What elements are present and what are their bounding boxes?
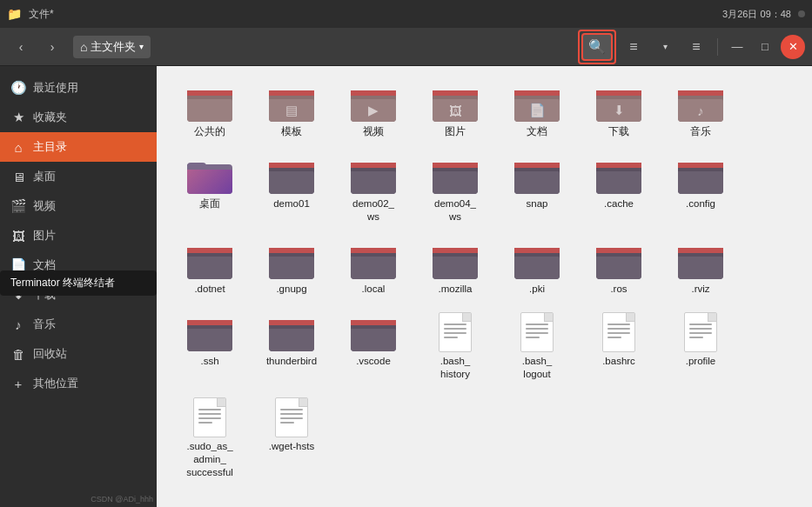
file-label-demo02_ws: demo02_ws (352, 197, 394, 223)
sidebar-label-desktop: 桌面 (33, 169, 56, 184)
file-item-wget_hsts[interactable]: .wget-hsts (252, 391, 331, 486)
file-icon-ssh (187, 313, 232, 351)
file-item-local[interactable]: .local (334, 234, 413, 303)
file-item-dotnet[interactable]: .dotnet (171, 234, 249, 303)
sidebar-item-desktop[interactable]: 🖥 桌面 (0, 162, 157, 191)
sidebar-label-home: 主目录 (33, 139, 67, 155)
sidebar-label-favorites: 收藏夹 (33, 110, 67, 125)
file-item-rviz[interactable]: .rviz (661, 234, 740, 303)
titlebar: 📁 文件* 3月26日 09：48 (0, 0, 812, 28)
sidebar-item-favorites[interactable]: ★ 收藏夹 (0, 103, 157, 132)
file-item-ssh[interactable]: .ssh (171, 306, 249, 388)
file-icon-bash_history (433, 313, 478, 351)
sidebar-icon-recent: 🕐 (10, 80, 26, 96)
file-item-mozilla[interactable]: .mozilla (416, 234, 494, 303)
minimize-button[interactable]: — (725, 35, 749, 59)
file-item-vscode[interactable]: .vscode (334, 306, 413, 388)
file-icon-local (351, 241, 396, 279)
maximize-button[interactable]: □ (753, 35, 777, 59)
file-grid: 公共的 ▤ 模板 ▶ 视频 🖼 图片 📄 文档 ⬇ 下载 (157, 66, 812, 507)
sidebar-item-pictures[interactable]: 🖼 图片 (0, 221, 157, 250)
file-item-video[interactable]: ▶ 视频 (334, 77, 413, 145)
file-label-ros: .ros (610, 283, 627, 296)
sidebar-label-videos: 视频 (33, 198, 56, 214)
file-item-bashrc[interactable]: .bashrc (580, 306, 658, 388)
sidebar-item-videos[interactable]: 🎬 视频 (0, 191, 157, 221)
sidebar-icon-music: ♪ (10, 317, 26, 332)
file-item-doc[interactable]: 📄 文档 (498, 77, 576, 145)
close-button[interactable]: ✕ (781, 35, 805, 59)
file-item-desktop2[interactable]: 桌面 (171, 149, 249, 230)
file-item-pki[interactable]: .pki (498, 234, 576, 303)
search-button[interactable]: 🔍 (581, 33, 613, 61)
file-icon-doc: 📄 (514, 83, 560, 122)
file-icon-demo04_ws (433, 156, 478, 194)
sidebar-item-music[interactable]: ♪ 音乐 (0, 310, 157, 339)
search-highlight: 🔍 (578, 30, 616, 64)
file-icon-pki (514, 241, 560, 279)
file-label-local: .local (362, 283, 386, 296)
sidebar: 🕐 最近使用 ★ 收藏夹 ⌂ 主目录 🖥 桌面 🎬 视频 🖼 图片 📄 文档 ⬇… (0, 66, 157, 507)
file-item-bash_logout[interactable]: .bash_logout (498, 306, 576, 388)
menu-button[interactable]: ≡ (682, 33, 710, 61)
file-label-doc: 文档 (527, 125, 547, 138)
file-label-desktop2: 桌面 (199, 197, 220, 210)
file-item-demo04_ws[interactable]: demo04_ws (416, 149, 494, 230)
file-item-template[interactable]: ▤ 模板 (252, 77, 331, 145)
file-icon-vscode (351, 313, 396, 351)
sidebar-item-other[interactable]: + 其他位置 (0, 369, 157, 398)
back-button[interactable]: ‹ (7, 33, 35, 61)
file-icon-cache (596, 156, 641, 194)
file-icon-sudo_admin (187, 398, 232, 437)
sidebar-icon-home: ⌂ (10, 140, 26, 155)
file-icon-demo01 (269, 156, 314, 194)
file-item-cache[interactable]: .cache (580, 149, 658, 230)
main-area: 🕐 最近使用 ★ 收藏夹 ⌂ 主目录 🖥 桌面 🎬 视频 🖼 图片 📄 文档 ⬇… (0, 66, 812, 507)
file-icon-rviz (678, 241, 723, 279)
sidebar-icon-videos: 🎬 (10, 198, 26, 214)
file-label-gnupg: .gnupg (276, 283, 306, 296)
file-label-mozilla: .mozilla (439, 283, 473, 296)
file-icon-profile (678, 313, 723, 351)
file-label-profile: .profile (686, 355, 716, 368)
breadcrumb-label: 主文件夹 (91, 39, 136, 55)
sidebar-item-home[interactable]: ⌂ 主目录 (0, 132, 157, 162)
file-item-config[interactable]: .config (661, 149, 740, 230)
file-label-wget_hsts: .wget-hsts (269, 440, 314, 453)
file-item-thunderbird[interactable]: thunderbird (252, 306, 331, 388)
app-menu-icon[interactable]: 📁 (7, 7, 22, 21)
file-item-gnupg[interactable]: .gnupg (252, 234, 331, 303)
sidebar-item-trash[interactable]: 🗑 回收站 (0, 339, 157, 369)
titlebar-left: 📁 文件* (7, 7, 54, 22)
status-dot (798, 10, 805, 17)
file-item-demo01[interactable]: demo01 (252, 149, 331, 230)
view-list-button[interactable]: ≡ (620, 33, 648, 61)
sidebar-item-recent[interactable]: 🕐 最近使用 (0, 73, 157, 103)
file-icon-download: ⬇ (596, 83, 641, 122)
search-icon: 🔍 (588, 38, 606, 55)
file-item-demo02_ws[interactable]: demo02_ws (334, 149, 413, 230)
file-item-profile[interactable]: .profile (661, 306, 740, 388)
breadcrumb[interactable]: ⌂ 主文件夹 ▾ (73, 36, 151, 58)
app-title: 文件* (29, 7, 54, 22)
file-item-ros[interactable]: .ros (580, 234, 658, 303)
file-icon-picture: 🖼 (433, 83, 478, 122)
file-item-sudo_admin[interactable]: .sudo_as_admin_successful (171, 391, 249, 486)
file-item-music[interactable]: ♪ 音乐 (661, 77, 740, 145)
file-label-demo01: demo01 (273, 197, 310, 210)
view-dropdown-button[interactable]: ▾ (651, 33, 679, 61)
file-icon-desktop2 (187, 156, 232, 194)
file-label-config: .config (686, 197, 715, 210)
toolbar: ‹ › ⌂ 主文件夹 ▾ 🔍 ≡ ▾ ≡ — □ ✕ (0, 28, 812, 66)
sidebar-label-trash: 回收站 (33, 346, 67, 362)
file-item-bash_history[interactable]: .bash_history (416, 306, 494, 388)
file-item-picture[interactable]: 🖼 图片 (416, 77, 494, 145)
file-item-snap[interactable]: snap (498, 149, 576, 230)
file-label-vscode: .vscode (356, 355, 391, 368)
file-item-download[interactable]: ⬇ 下载 (580, 77, 658, 145)
watermark: CSDN @ADi_hhh (91, 495, 153, 504)
breadcrumb-dropdown-icon[interactable]: ▾ (139, 42, 144, 51)
forward-button[interactable]: › (38, 33, 66, 61)
file-item-public[interactable]: 公共的 (171, 77, 249, 145)
sidebar-icon-trash: 🗑 (10, 347, 26, 362)
